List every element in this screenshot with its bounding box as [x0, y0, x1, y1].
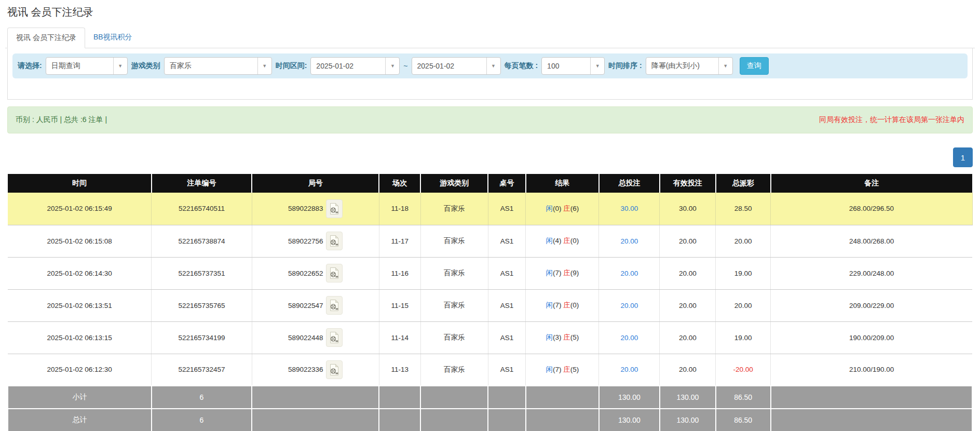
- round-number-cell: 589022448: [252, 321, 379, 354]
- bet-time: 2025-01-02 06:12:30: [8, 354, 152, 386]
- pagination: 1: [7, 147, 973, 167]
- result-banker-label: 庄: [563, 301, 570, 309]
- bet-time: 2025-01-02 06:15:49: [8, 193, 152, 225]
- table-row: 2025-01-02 06:15:49 522165740511 5890228…: [8, 193, 972, 225]
- col-header-round-no: 局号: [252, 174, 379, 193]
- grand-total-valid-bet: 130.00: [660, 409, 716, 431]
- grand-total-total-bet: 130.00: [599, 409, 660, 431]
- total-bet-link[interactable]: 20.00: [599, 225, 660, 257]
- subtotal-payout: 86.50: [716, 386, 771, 409]
- game-type: 百家乐: [420, 289, 488, 321]
- payout: -20.00: [716, 354, 771, 386]
- result-player-label: 闲: [546, 301, 553, 309]
- col-header-result: 结果: [526, 174, 599, 193]
- film-record-icon: [329, 363, 339, 376]
- video-replay-button[interactable]: [326, 296, 343, 315]
- page-size-select[interactable]: 100 ▼: [541, 57, 605, 75]
- sort-order-select[interactable]: 降幂(由大到小) ▼: [646, 57, 733, 75]
- remark: 190.00/209.00: [771, 321, 972, 354]
- round-number: 589022448: [288, 334, 323, 342]
- valid-bet: 20.00: [660, 321, 716, 354]
- tab-betting-records[interactable]: 视讯 会员下注纪录: [7, 28, 85, 48]
- caret-down-icon[interactable]: ▼: [113, 58, 127, 74]
- round-number: 589022547: [288, 302, 323, 309]
- total-bet-link[interactable]: 20.00: [599, 289, 660, 321]
- game-result: 闲(3) 庄(5): [526, 321, 599, 354]
- grand-total-payout: 86.50: [716, 409, 771, 431]
- round-number: 589022883: [288, 205, 323, 212]
- total-bet-link[interactable]: 20.00: [599, 321, 660, 354]
- result-player-value: (7): [553, 269, 562, 277]
- filter-bar: 请选择: 日期查询 ▼ 游戏类别 百家乐 ▼ 时间区间: 2025-01-02 …: [12, 53, 968, 78]
- caret-down-icon[interactable]: ▼: [718, 58, 732, 74]
- payout: 19.00: [716, 321, 771, 354]
- col-header-session: 场次: [379, 174, 420, 193]
- result-banker-value: (5): [570, 333, 579, 341]
- total-bet-link[interactable]: 20.00: [599, 354, 660, 386]
- bet-number: 522165732457: [152, 354, 252, 386]
- remark: 229.00/248.00: [771, 257, 972, 289]
- session-number: 11-13: [379, 354, 420, 386]
- result-player-value: (0): [553, 205, 562, 212]
- caret-down-icon[interactable]: ▼: [257, 58, 271, 74]
- date-to-value: 2025-01-02: [412, 58, 486, 74]
- remark: 209.00/229.00: [771, 289, 972, 321]
- search-button[interactable]: 查询: [740, 57, 769, 75]
- film-record-icon: [329, 203, 339, 215]
- round-number-cell: 589022883: [252, 193, 379, 225]
- game-result: 闲(7) 庄(9): [526, 257, 599, 289]
- page-root: 视讯 会员下注纪录 视讯 会员下注纪录 BB视讯积分 请选择: 日期查询 ▼ 游…: [0, 0, 980, 431]
- session-number: 11-15: [379, 289, 420, 321]
- table-number: AS1: [488, 289, 525, 321]
- date-from-select[interactable]: 2025-01-02 ▼: [310, 57, 400, 75]
- game-type-select[interactable]: 百家乐 ▼: [164, 57, 272, 75]
- round-number-cell: 589022547: [252, 289, 379, 321]
- film-record-icon: [329, 331, 339, 344]
- video-replay-button[interactable]: [326, 264, 343, 282]
- total-bet-link[interactable]: 20.00: [599, 257, 660, 289]
- query-type-select[interactable]: 日期查询 ▼: [46, 57, 128, 75]
- valid-bet-notice: 同局有效投注，统一计算在该局第一张注单内: [819, 115, 964, 125]
- result-player-label: 闲: [546, 366, 553, 373]
- table-number: AS1: [488, 193, 525, 225]
- subtotal-count: 6: [152, 386, 252, 409]
- payout: 20.00: [716, 225, 771, 257]
- table-row: 2025-01-02 06:13:51 522165735765 5890225…: [8, 289, 972, 321]
- caret-down-icon[interactable]: ▼: [590, 58, 604, 74]
- subtotal-total-bet: 130.00: [599, 386, 660, 409]
- video-replay-button[interactable]: [326, 232, 343, 250]
- table-header: 时间 注单编号 局号 场次 游戏类别 桌号 结果 总投注 有效投注 总派彩 备注: [8, 174, 972, 193]
- valid-bet: 20.00: [660, 289, 716, 321]
- video-replay-button[interactable]: [326, 199, 343, 218]
- session-number: 11-16: [379, 257, 420, 289]
- page-size-value: 100: [542, 58, 590, 74]
- round-number: 589022336: [288, 366, 323, 373]
- result-player-value: (7): [553, 366, 562, 373]
- bet-number: 522165740511: [152, 193, 252, 225]
- result-player-label: 闲: [546, 333, 553, 341]
- summary-bar: 币别 : 人民币 | 总共 :6 注单 | 同局有效投注，统一计算在该局第一张注…: [7, 106, 973, 133]
- caret-down-icon[interactable]: ▼: [486, 58, 500, 74]
- caret-down-icon[interactable]: ▼: [385, 58, 399, 74]
- remark: 268.00/296.50: [771, 193, 972, 225]
- date-range-separator: ~: [403, 62, 407, 70]
- table-row: 2025-01-02 06:15:08 522165738874 5890227…: [8, 225, 972, 257]
- video-replay-button[interactable]: [326, 360, 343, 379]
- bet-time: 2025-01-02 06:14:30: [8, 257, 152, 289]
- result-banker-label: 庄: [563, 205, 570, 212]
- total-bet-link[interactable]: 30.00: [599, 193, 660, 225]
- game-type-label: 游戏类别: [131, 61, 160, 71]
- valid-bet: 20.00: [660, 257, 716, 289]
- game-type: 百家乐: [420, 225, 488, 257]
- session-number: 11-18: [379, 193, 420, 225]
- sort-order-value: 降幂(由大到小): [646, 58, 718, 74]
- video-replay-button[interactable]: [326, 328, 343, 347]
- tab-bb-video-points[interactable]: BB视讯积分: [85, 28, 141, 48]
- result-banker-label: 庄: [563, 333, 570, 341]
- result-banker-value: (6): [570, 205, 579, 212]
- pagination-page-1[interactable]: 1: [953, 147, 973, 167]
- game-type: 百家乐: [420, 193, 488, 225]
- time-range-label: 时间区间:: [276, 61, 307, 71]
- date-to-select[interactable]: 2025-01-02 ▼: [412, 57, 501, 75]
- col-header-total-bet: 总投注: [599, 174, 660, 193]
